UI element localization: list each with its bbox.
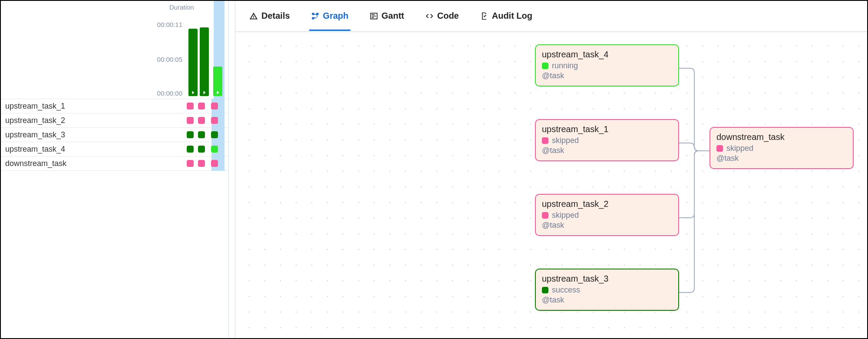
node-decorator: @task xyxy=(542,296,672,305)
node-title: upstream_task_3 xyxy=(542,274,672,284)
duration-tick: 00:00:00 xyxy=(157,90,182,97)
task-run-cells xyxy=(187,131,228,138)
status-square-icon xyxy=(542,287,548,293)
task-name: upstream_task_4 xyxy=(1,145,187,154)
task-instance-cell[interactable] xyxy=(211,146,218,153)
task-instance-cell[interactable] xyxy=(198,146,205,153)
tab-label: Details xyxy=(261,11,290,21)
node-decorator: @task xyxy=(716,154,847,163)
tab-code[interactable]: Code xyxy=(423,11,461,31)
dag-run-bar[interactable] xyxy=(213,66,222,96)
duration-chart: Duration 00:00:11 00:00:05 00:00:00 xyxy=(1,1,228,99)
node-decorator: @task xyxy=(542,146,672,155)
task-row[interactable]: upstream_task_3 xyxy=(1,128,228,142)
duration-tick: 00:00:11 xyxy=(157,21,182,28)
status-text: skipped xyxy=(552,211,579,220)
status-text: skipped xyxy=(726,144,753,153)
task-instance-cell[interactable] xyxy=(198,131,205,138)
task-name: upstream_task_2 xyxy=(1,116,187,125)
task-instance-cell[interactable] xyxy=(211,131,218,138)
task-instance-cell[interactable] xyxy=(211,103,218,110)
task-instance-cell[interactable] xyxy=(198,103,205,110)
duration-tick: 00:00:05 xyxy=(157,56,182,63)
task-run-cells xyxy=(187,117,228,124)
task-row[interactable]: upstream_task_1 xyxy=(1,99,228,113)
warning-icon xyxy=(249,12,258,20)
duration-label: Duration xyxy=(169,3,194,11)
status-square-icon xyxy=(542,212,548,219)
graph-node-upstream_task_4[interactable]: upstream_task_4running@task xyxy=(535,44,679,86)
task-row[interactable]: upstream_task_2 xyxy=(1,113,228,128)
task-name: upstream_task_3 xyxy=(1,130,187,140)
node-title: upstream_task_4 xyxy=(542,50,672,60)
task-name: downstream_task xyxy=(1,159,187,168)
pane-divider[interactable] xyxy=(228,1,235,338)
audit-icon xyxy=(480,12,488,20)
task-instance-cell[interactable] xyxy=(211,117,218,124)
task-tree-panel: Duration 00:00:11 00:00:05 00:00:00 upst… xyxy=(1,1,228,338)
gantt-icon xyxy=(370,12,378,20)
node-status: skipped xyxy=(542,211,672,220)
node-status: skipped xyxy=(542,136,672,145)
dag-run-bar[interactable] xyxy=(188,29,198,96)
task-instance-cell[interactable] xyxy=(187,131,194,138)
tab-label: Gantt xyxy=(382,11,404,21)
task-instance-cell[interactable] xyxy=(187,160,194,167)
graph-node-upstream_task_3[interactable]: upstream_task_3success@task xyxy=(535,269,679,311)
status-text: skipped xyxy=(552,136,579,145)
tab-label: Audit Log xyxy=(492,11,532,21)
status-square-icon xyxy=(542,137,548,144)
graph-node-upstream_task_1[interactable]: upstream_task_1skipped@task xyxy=(535,119,679,161)
task-row[interactable]: downstream_task xyxy=(1,156,228,171)
status-square-icon xyxy=(542,63,548,69)
code-icon xyxy=(425,12,434,20)
node-title: downstream_task xyxy=(716,132,847,142)
tab-label: Code xyxy=(437,11,459,21)
tab-audit[interactable]: Audit Log xyxy=(478,11,534,31)
graph-canvas[interactable]: upstream_task_4running@taskupstream_task… xyxy=(235,32,867,338)
node-title: upstream_task_2 xyxy=(542,199,672,209)
dag-run-bar[interactable] xyxy=(200,27,209,96)
task-row[interactable]: upstream_task_4 xyxy=(1,142,228,156)
task-instance-cell[interactable] xyxy=(187,103,194,110)
task-instance-cell[interactable] xyxy=(211,160,218,167)
tabs-bar: DetailsGraphGanttCodeAudit Log xyxy=(235,1,867,32)
graph-node-downstream_task[interactable]: downstream_taskskipped@task xyxy=(710,127,854,169)
task-run-cells xyxy=(187,103,228,110)
tab-gantt[interactable]: Gantt xyxy=(368,11,406,31)
node-status: skipped xyxy=(716,144,847,153)
status-text: success xyxy=(552,286,580,295)
node-status: running xyxy=(542,61,672,70)
node-status: success xyxy=(542,286,672,295)
task-instance-cell[interactable] xyxy=(198,117,205,124)
node-title: upstream_task_1 xyxy=(542,124,672,134)
tab-graph[interactable]: Graph xyxy=(309,11,350,31)
task-instance-cell[interactable] xyxy=(187,146,194,153)
tab-label: Graph xyxy=(323,11,349,21)
status-text: running xyxy=(552,61,578,70)
task-run-cells xyxy=(187,146,228,153)
graph-node-upstream_task_2[interactable]: upstream_task_2skipped@task xyxy=(535,194,679,236)
node-decorator: @task xyxy=(542,221,672,230)
node-decorator: @task xyxy=(542,71,672,80)
status-square-icon xyxy=(716,145,723,152)
task-instance-cell[interactable] xyxy=(187,117,194,124)
task-run-cells xyxy=(187,160,228,167)
tab-details[interactable]: Details xyxy=(248,11,292,31)
task-instance-cell[interactable] xyxy=(198,160,205,167)
task-rows: upstream_task_1upstream_task_2upstream_t… xyxy=(1,99,228,171)
task-name: upstream_task_1 xyxy=(1,102,187,111)
graph-icon xyxy=(311,12,320,20)
